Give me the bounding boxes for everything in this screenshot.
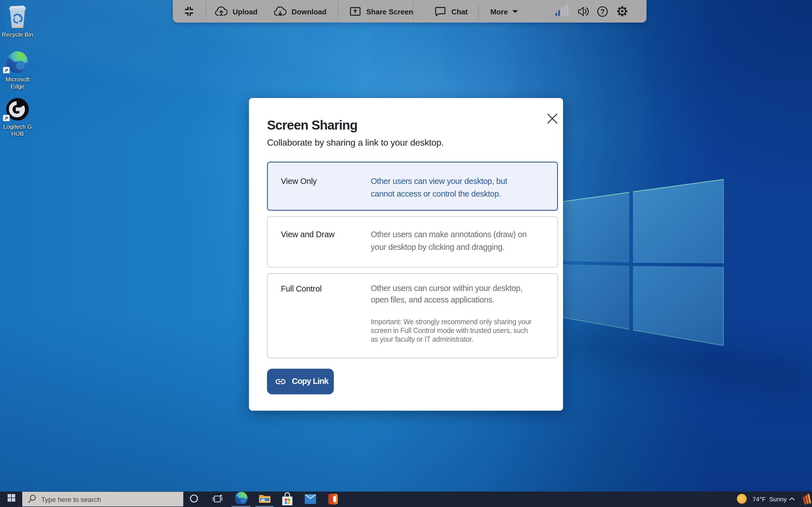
svg-text:?: ?: [600, 8, 605, 15]
